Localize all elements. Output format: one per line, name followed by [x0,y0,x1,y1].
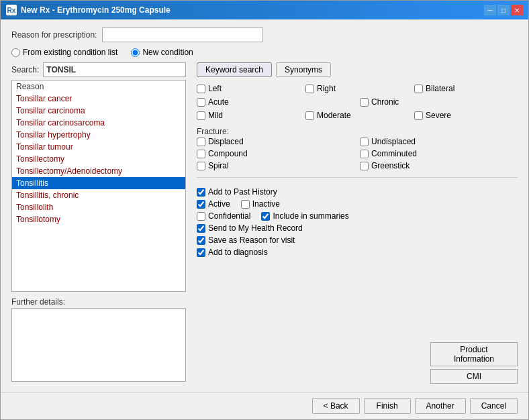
list-item[interactable]: Tonsillar cancer [12,93,185,105]
further-details-input[interactable] [11,308,186,382]
laterality-group: Left Right Bilateral [197,84,518,93]
keyword-search-button[interactable]: Keyword search [197,62,272,77]
reason-row: Reason for prescription: [11,28,518,42]
top-button-row: Keyword search Synonyms [197,62,518,77]
divider [197,177,518,178]
compound-checkbox[interactable]: Compound [197,149,354,158]
confidential-checkbox[interactable]: Confidential [197,211,250,221]
list-item[interactable]: Tonsillectomy [12,153,185,165]
title-bar: Rx New Rx - Erythromycin 250mg Capsule ─… [1,1,528,19]
main-window: Rx New Rx - Erythromycin 250mg Capsule ─… [0,0,529,420]
list-item[interactable]: Tonsillar hypertrophy [12,129,185,141]
list-item[interactable]: Tonsillar carcinosarcoma [12,117,185,129]
mild-checkbox[interactable]: Mild [197,111,300,120]
window-content: Reason for prescription: From existing c… [1,19,528,392]
search-row: Search: [11,62,186,77]
synonyms-button[interactable]: Synonyms [276,62,331,77]
undisplaced-checkbox[interactable]: Undisplaced [360,137,518,146]
active-checkbox[interactable]: Active [197,199,230,209]
list-item[interactable]: Tonsillectomy/Adenoidectomy [12,165,185,177]
condition-list[interactable]: Reason Tonsillar cancer Tonsillar carcin… [11,80,186,292]
existing-condition-radio[interactable]: From existing condition list [11,48,117,57]
fracture-label: Fracture: [197,127,518,136]
back-button[interactable]: < Back [312,398,360,414]
window-icon: Rx [6,5,17,15]
finish-button[interactable]: Finish [364,398,411,414]
left-panel: Search: Reason Tonsillar cancer Tonsilla… [11,62,186,384]
fracture-group: Displaced Undisplaced Compound Comm [197,137,518,170]
list-item-selected[interactable]: Tonsillitis [12,177,185,189]
list-item[interactable]: Tonsillotomy [12,213,185,225]
search-input[interactable] [43,62,186,77]
source-radio-group: From existing condition list New conditi… [11,48,518,57]
acuity-group: Acute Chronic [197,97,518,107]
list-item[interactable]: Tonsillolith [12,201,185,213]
product-info-button[interactable]: Product Information [430,342,518,366]
acute-checkbox[interactable]: Acute [197,97,354,107]
list-header: Reason [12,81,185,93]
main-area: Search: Reason Tonsillar cancer Tonsilla… [11,62,518,384]
window-title: New Rx - Erythromycin 250mg Capsule [21,5,171,15]
new-condition-radio[interactable]: New condition [131,48,193,57]
send-health-record-checkbox[interactable]: Send to My Health Record [197,223,518,233]
spiral-checkbox[interactable]: Spiral [197,161,354,170]
active-inactive-row: Active Inactive [197,199,518,209]
moderate-checkbox[interactable]: Moderate [305,111,409,120]
list-item[interactable]: Tonsillitis, chronic [12,189,185,201]
close-button[interactable]: ✕ [511,5,523,15]
minimize-button[interactable]: ─ [484,5,496,15]
severity-group: Mild Moderate Severe [197,111,518,120]
left-checkbox[interactable]: Left [197,84,300,93]
confidential-summaries-row: Confidential Include in summaries [197,211,518,221]
bottom-checkboxes: Add to Past History Active Inactive [197,187,518,257]
info-buttons: Product Information CMI [197,342,518,384]
cancel-button[interactable]: Cancel [470,398,518,414]
chronic-checkbox[interactable]: Chronic [360,97,518,107]
severe-checkbox[interactable]: Severe [414,111,518,120]
further-details-section: Further details: [11,297,186,384]
reason-input[interactable] [102,28,263,42]
right-checkbox[interactable]: Right [305,84,409,93]
include-summaries-checkbox[interactable]: Include in summaries [261,211,348,221]
list-item[interactable]: Tonsillar tumour [12,141,185,153]
greenstick-checkbox[interactable]: Greenstick [360,161,518,170]
another-button[interactable]: Another [415,398,466,414]
maximize-button[interactable]: □ [497,5,510,15]
inactive-checkbox[interactable]: Inactive [241,199,280,209]
list-item[interactable]: Tonsillar carcinoma [12,105,185,117]
right-panel: Keyword search Synonyms Left Right [197,62,518,384]
further-details-label: Further details: [11,297,186,307]
add-diagnosis-checkbox[interactable]: Add to diagnosis [197,248,518,257]
save-reason-checkbox[interactable]: Save as Reason for visit [197,235,518,245]
bilateral-checkbox[interactable]: Bilateral [414,84,518,93]
fracture-section: Fracture: Displaced Undisplaced Compo [197,125,518,170]
search-label: Search: [11,65,39,74]
displaced-checkbox[interactable]: Displaced [197,137,354,146]
add-past-history-checkbox[interactable]: Add to Past History [197,187,518,197]
comminuted-checkbox[interactable]: Comminuted [360,149,518,158]
reason-label: Reason for prescription: [11,30,97,40]
footer: < Back Finish Another Cancel [1,392,528,419]
cmi-button[interactable]: CMI [430,369,518,384]
